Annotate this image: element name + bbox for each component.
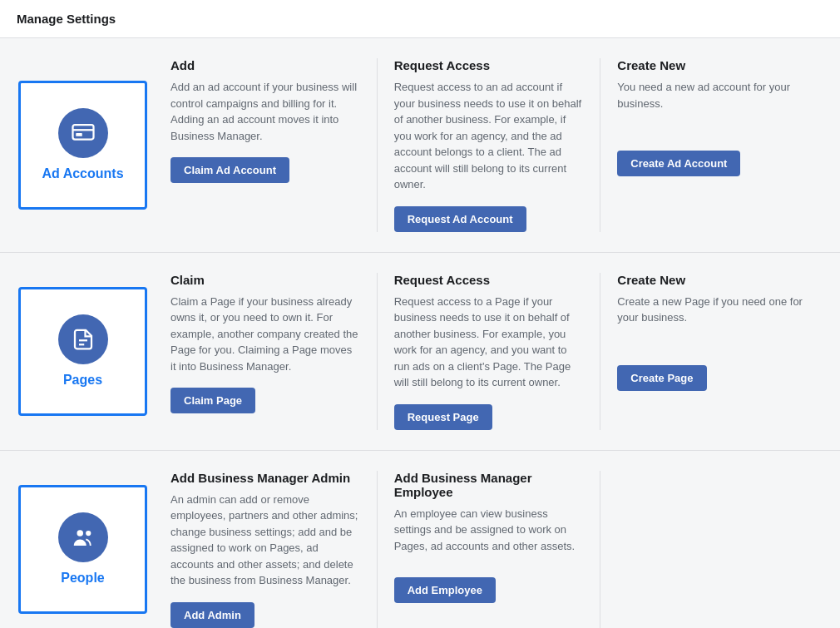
ad-accounts-label: Ad Accounts bbox=[42, 166, 123, 181]
people-content: Add Business Manager Admin An admin can … bbox=[162, 471, 823, 628]
pages-icon-col: Pages bbox=[17, 273, 162, 430]
ad-accounts-add-desc: Add an ad account if your business will … bbox=[170, 79, 360, 144]
add-admin-button[interactable]: Add Admin bbox=[170, 602, 254, 628]
svg-rect-0 bbox=[72, 125, 93, 140]
people-employee-desc: An employee can view business settings a… bbox=[394, 506, 584, 564]
pages-content: Claim Claim a Page if your business alre… bbox=[162, 273, 823, 430]
people-admin-desc: An admin can add or remove employees, pa… bbox=[170, 492, 360, 589]
pages-create-title: Create New bbox=[617, 273, 807, 287]
pages-icon bbox=[58, 314, 108, 364]
pages-claim-col: Claim Claim a Page if your business alre… bbox=[162, 273, 377, 430]
ad-accounts-create-desc: You need a new ad account for your busin… bbox=[617, 79, 807, 137]
pages-label: Pages bbox=[63, 373, 102, 388]
create-ad-account-button[interactable]: Create Ad Account bbox=[617, 151, 740, 176]
pages-create-col: Create New Create a new Page if you need… bbox=[600, 273, 823, 430]
ad-accounts-icon bbox=[58, 108, 108, 158]
people-employee-title: Add Business Manager Employee bbox=[394, 471, 584, 499]
manage-settings-header: Manage Settings bbox=[0, 0, 840, 38]
svg-point-6 bbox=[86, 531, 91, 536]
pages-request-title: Request Access bbox=[394, 273, 584, 287]
header-title: Manage Settings bbox=[17, 12, 116, 26]
pages-request-desc: Request access to a Page if your busines… bbox=[394, 294, 584, 391]
people-icon-col: People bbox=[17, 471, 162, 628]
ad-accounts-icon-col: Ad Accounts bbox=[17, 58, 162, 232]
svg-point-5 bbox=[77, 530, 83, 537]
ad-accounts-request-col: Request Access Request access to an ad a… bbox=[377, 58, 600, 232]
pages-request-col: Request Access Request access to a Page … bbox=[377, 273, 600, 430]
people-employee-col: Add Business Manager Employee An employe… bbox=[377, 471, 600, 628]
ad-accounts-add-col: Add Add an ad account if your business w… bbox=[162, 58, 377, 232]
people-icon-box: People bbox=[18, 485, 147, 614]
ad-accounts-request-title: Request Access bbox=[394, 58, 584, 72]
pages-section: Pages Claim Claim a Page if your busines… bbox=[0, 253, 840, 451]
ad-accounts-request-desc: Request access to an ad account if your … bbox=[394, 79, 584, 193]
people-label: People bbox=[61, 571, 104, 586]
people-admin-title: Add Business Manager Admin bbox=[170, 471, 360, 485]
pages-icon-box: Pages bbox=[18, 287, 147, 416]
ad-accounts-icon-box: Ad Accounts bbox=[18, 81, 147, 210]
page-wrapper: Manage Settings Ad Accounts Add Add an a… bbox=[0, 0, 840, 628]
request-ad-account-button[interactable]: Request Ad Account bbox=[394, 206, 526, 232]
request-page-button[interactable]: Request Page bbox=[394, 404, 492, 430]
pages-create-desc: Create a new Page if you need one for yo… bbox=[617, 294, 807, 352]
people-section: People Add Business Manager Admin An adm… bbox=[0, 451, 840, 629]
claim-page-button[interactable]: Claim Page bbox=[170, 388, 255, 413]
ad-accounts-content: Add Add an ad account if your business w… bbox=[162, 58, 823, 232]
svg-rect-2 bbox=[76, 133, 82, 136]
people-icon bbox=[58, 512, 108, 562]
ad-accounts-create-title: Create New bbox=[617, 58, 807, 72]
pages-claim-title: Claim bbox=[170, 273, 360, 287]
pages-claim-desc: Claim a Page if your business already ow… bbox=[170, 294, 360, 375]
create-page-button[interactable]: Create Page bbox=[617, 365, 706, 391]
ad-accounts-add-title: Add bbox=[170, 58, 360, 72]
people-empty-col bbox=[600, 471, 823, 628]
claim-ad-account-button[interactable]: Claim Ad Account bbox=[170, 157, 289, 183]
ad-accounts-section: Ad Accounts Add Add an ad account if you… bbox=[0, 38, 840, 253]
ad-accounts-create-col: Create New You need a new ad account for… bbox=[600, 58, 823, 232]
add-employee-button[interactable]: Add Employee bbox=[394, 577, 496, 603]
people-admin-col: Add Business Manager Admin An admin can … bbox=[162, 471, 377, 628]
